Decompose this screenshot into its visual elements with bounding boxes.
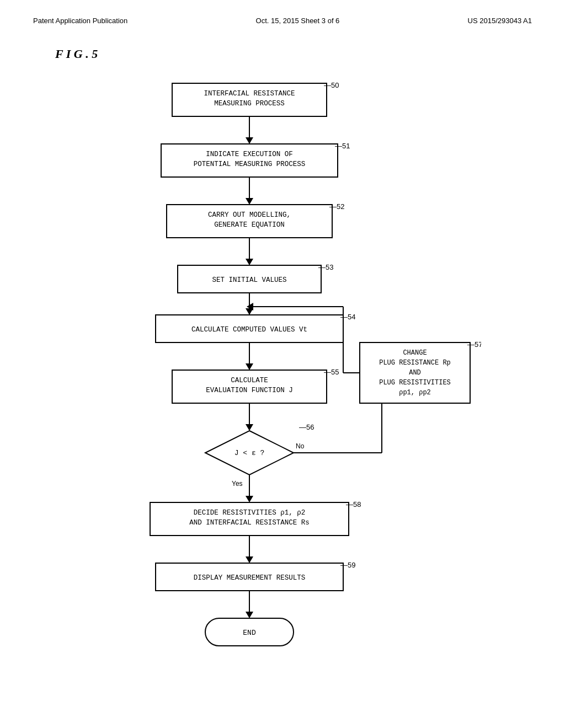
svg-marker-33 xyxy=(246,424,253,431)
svg-text:INTERFACIAL RESISTANCE: INTERFACIAL RESISTANCE xyxy=(204,90,295,98)
svg-marker-11 xyxy=(246,198,253,205)
svg-text:GENERATE EQUATION: GENERATE EQUATION xyxy=(214,221,285,229)
flowchart: INTERFACIAL RESISTANCE MEASURING PROCESS… xyxy=(84,78,481,684)
header-left: Patent Application Publication xyxy=(33,17,127,25)
svg-marker-54 xyxy=(246,496,253,502)
svg-text:POTENTIAL MEASURING PROCESS: POTENTIAL MEASURING PROCESS xyxy=(194,160,306,168)
svg-text:―52: ―52 xyxy=(329,202,344,211)
svg-marker-60 xyxy=(246,556,253,563)
svg-marker-5 xyxy=(246,137,253,144)
svg-text:SET INITIAL VALUES: SET INITIAL VALUES xyxy=(212,276,286,284)
svg-text:END: END xyxy=(243,629,256,637)
svg-text:―55: ―55 xyxy=(324,368,339,376)
header-middle: Oct. 15, 2015 Sheet 3 of 6 xyxy=(256,17,340,25)
svg-marker-65 xyxy=(246,612,253,618)
svg-text:AND INTERFACIAL RESISTANCE Rs: AND INTERFACIAL RESISTANCE Rs xyxy=(189,519,310,527)
svg-text:ρp1, ρp2: ρp1, ρp2 xyxy=(399,389,431,397)
svg-marker-27 xyxy=(246,363,253,370)
svg-text:MEASURING PROCESS: MEASURING PROCESS xyxy=(214,100,285,108)
svg-text:CALCULATE COMPUTED VALUES Vt: CALCULATE COMPUTED VALUES Vt xyxy=(191,326,307,334)
svg-text:EVALUATION FUNCTION J: EVALUATION FUNCTION J xyxy=(206,387,293,394)
page-header: Patent Application Publication Oct. 15, … xyxy=(33,17,532,25)
svg-text:No: No xyxy=(296,442,305,450)
svg-text:CARRY OUT MODELLING,: CARRY OUT MODELLING, xyxy=(208,211,291,219)
svg-text:―50: ―50 xyxy=(324,81,339,89)
figure-label: F I G . 5 xyxy=(55,47,532,61)
header-right: US 2015/293043 A1 xyxy=(468,17,532,25)
svg-text:―56: ―56 xyxy=(299,423,314,431)
svg-text:―59: ―59 xyxy=(340,561,355,569)
svg-text:―53: ―53 xyxy=(318,263,333,271)
page: Patent Application Publication Oct. 15, … xyxy=(0,0,565,728)
svg-marker-17 xyxy=(246,259,253,265)
svg-text:―51: ―51 xyxy=(335,142,350,150)
svg-text:―57: ―57 xyxy=(467,340,481,349)
svg-text:―58: ―58 xyxy=(346,500,361,508)
svg-text:AND: AND xyxy=(409,369,421,377)
svg-text:CALCULATE: CALCULATE xyxy=(231,377,268,384)
svg-text:J < ε  ?: J < ε ? xyxy=(234,449,265,457)
svg-text:DISPLAY MEASUREMENT RESULTS: DISPLAY MEASUREMENT RESULTS xyxy=(194,574,306,582)
svg-text:CHANGE: CHANGE xyxy=(403,349,427,357)
svg-text:INDICATE EXECUTION OF: INDICATE EXECUTION OF xyxy=(206,151,293,158)
svg-text:DECIDE RESISTIVITIES ρ1, ρ2: DECIDE RESISTIVITIES ρ1, ρ2 xyxy=(194,509,306,517)
flowchart-svg: INTERFACIAL RESISTANCE MEASURING PROCESS… xyxy=(84,78,481,684)
svg-text:Yes: Yes xyxy=(232,480,243,488)
svg-text:PLUG RESISTANCE Rp: PLUG RESISTANCE Rp xyxy=(379,359,451,367)
svg-text:PLUG RESISTIVITIES: PLUG RESISTIVITIES xyxy=(379,379,451,387)
